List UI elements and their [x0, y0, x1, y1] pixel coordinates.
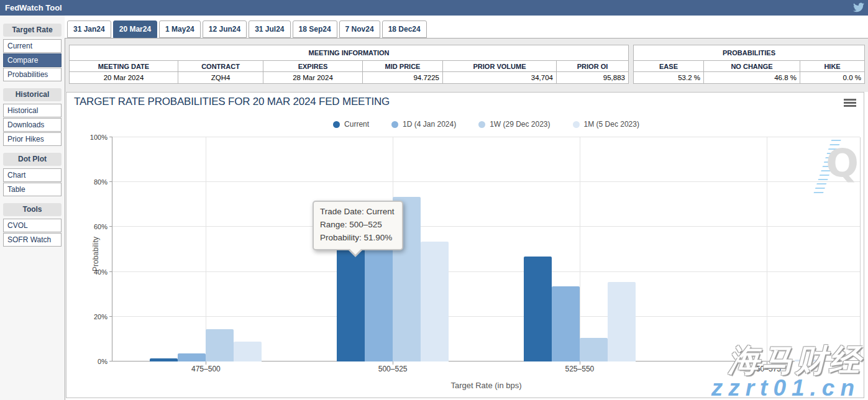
meeting-info-caption: MEETING INFORMATION — [70, 45, 629, 61]
tab-31-jan24[interactable]: 31 Jan24 — [67, 20, 111, 38]
plot-area: Probability Target Rate (in bps) Trade D… — [112, 137, 861, 361]
x-axis-title: Target Rate (in bps) — [112, 381, 860, 390]
bar-group — [673, 137, 860, 361]
category-slot: 550–575 — [673, 137, 860, 361]
ease-value: 53.2 % — [634, 72, 704, 84]
legend-item[interactable]: 1D (4 Jan 2024) — [391, 120, 456, 129]
sidebar-group-target-rate: Target Rate — [3, 24, 62, 37]
chart-title: TARGET RATE PROBABILITIES FOR 20 MAR 202… — [74, 96, 390, 108]
app-title: FedWatch Tool — [5, 3, 62, 12]
bar[interactable] — [608, 282, 636, 361]
x-tick-label: 475–500 — [112, 365, 299, 373]
tab-1-may24[interactable]: 1 May24 — [159, 20, 201, 38]
tab-18-sep24[interactable]: 18 Sep24 — [293, 20, 337, 38]
probabilities-caption: PROBABILITIES — [634, 45, 865, 61]
tab-20-mar24[interactable]: 20 Mar24 — [113, 20, 157, 38]
x-tick-label: 550–575 — [673, 365, 860, 373]
legend-item[interactable]: 1M (5 Dec 2023) — [573, 120, 639, 129]
col-meeting-date: MEETING DATE — [70, 61, 178, 72]
sidebar-item-chart[interactable]: Chart — [3, 168, 62, 182]
legend-label: 1D (4 Jan 2024) — [403, 120, 456, 129]
sidebar-item-current[interactable]: Current — [3, 39, 62, 53]
col-expires: EXPIRES — [263, 61, 363, 72]
bar[interactable] — [421, 242, 449, 361]
sidebar-item-table[interactable]: Table — [3, 183, 62, 196]
sidebar-item-sofr-watch[interactable]: SOFR Watch — [3, 233, 62, 247]
meeting-date-tabbar: 31 Jan24 20 Mar24 1 May24 12 Jun24 31 Ju… — [67, 20, 427, 38]
tooltip-trade-date: Trade Date: Current — [320, 206, 396, 219]
y-tick-label: 100% — [84, 134, 107, 141]
bar-group — [487, 137, 674, 361]
legend-item[interactable]: Current — [333, 120, 369, 129]
sidebar-item-cvol[interactable]: CVOL — [3, 219, 62, 232]
legend-dot-icon — [573, 121, 580, 128]
col-prior-volume: PRIOR VOLUME — [443, 61, 557, 72]
tab-18-dec24[interactable]: 18 Dec24 — [382, 20, 427, 38]
meeting-date-value: 20 Mar 2024 — [70, 72, 178, 84]
legend-dot-icon — [333, 121, 340, 128]
legend-dot-icon — [478, 121, 485, 128]
twitter-bird-icon[interactable] — [853, 2, 864, 12]
bar-group — [112, 137, 299, 361]
y-tick-label: 60% — [84, 223, 107, 230]
hike-value: 0.0 % — [800, 72, 865, 84]
prior-volume-value: 34,704 — [443, 72, 557, 84]
chart-tooltip: Trade Date: Current Range: 500–525 Proba… — [313, 201, 403, 250]
tab-7-nov24[interactable]: 7 Nov24 — [339, 20, 380, 38]
expires-value: 28 Mar 2024 — [263, 72, 363, 84]
tooltip-range: Range: 500–525 — [320, 219, 396, 232]
sidebar-group-tools: Tools — [3, 203, 62, 216]
bar[interactable] — [524, 257, 552, 361]
legend-label: 1M (5 Dec 2023) — [584, 120, 639, 129]
bar[interactable] — [150, 358, 178, 361]
sidebar-item-downloads[interactable]: Downloads — [3, 118, 62, 132]
col-mid-price: MID PRICE — [363, 61, 443, 72]
legend-item[interactable]: 1W (29 Dec 2023) — [478, 120, 550, 129]
col-prior-oi: PRIOR OI — [557, 61, 629, 72]
bar[interactable] — [234, 342, 262, 361]
bar[interactable] — [795, 360, 823, 361]
tab-12-jun24[interactable]: 12 Jun24 — [203, 20, 247, 38]
summary-tables-strip: MEETING INFORMATION MEETING DATE CONTRAC… — [65, 39, 868, 92]
bar[interactable] — [580, 338, 608, 361]
y-tick-label: 20% — [84, 313, 107, 320]
chart-legend: Current1D (4 Jan 2024)1W (29 Dec 2023)1M… — [112, 120, 861, 129]
y-tick-label: 40% — [84, 268, 107, 276]
sidebar-item-historical[interactable]: Historical — [3, 104, 62, 117]
x-tick-label: 525–550 — [487, 365, 674, 373]
bar[interactable] — [206, 329, 234, 361]
y-tick-label: 0% — [84, 358, 107, 365]
app-header: FedWatch Tool — [0, 0, 868, 16]
y-axis-title: Probability — [91, 236, 100, 271]
sidebar-item-probabilities[interactable]: Probabilities — [3, 68, 62, 81]
tooltip-probability: Probability: 51.90% — [320, 232, 396, 245]
y-tick-label: 80% — [84, 178, 107, 186]
chart-container: TARGET RATE PROBABILITIES FOR 20 MAR 202… — [66, 92, 864, 398]
sidebar-item-prior-hikes[interactable]: Prior Hikes — [3, 132, 62, 146]
col-ease: EASE — [634, 61, 704, 72]
col-contract: CONTRACT — [178, 61, 263, 72]
tab-content-panel: MEETING INFORMATION MEETING DATE CONTRAC… — [65, 38, 868, 400]
bar[interactable] — [178, 353, 206, 361]
mid-price-value: 94.7225 — [363, 72, 443, 84]
col-hike: HIKE — [800, 61, 865, 72]
meeting-information-table: MEETING INFORMATION MEETING DATE CONTRAC… — [69, 45, 629, 84]
legend-label: 1W (29 Dec 2023) — [490, 120, 550, 129]
sidebar-item-compare[interactable]: Compare — [3, 53, 62, 67]
probabilities-table: PROBABILITIES EASE NO CHANGE HIKE 53.2 %… — [633, 45, 865, 84]
tab-31-jul24[interactable]: 31 Jul24 — [249, 20, 290, 38]
legend-dot-icon — [391, 121, 398, 128]
prior-oi-value: 95,883 — [557, 72, 629, 84]
contract-value: ZQH4 — [178, 72, 263, 84]
sidebar-group-historical: Historical — [3, 88, 62, 101]
category-slot: 525–550 — [487, 137, 674, 361]
no-change-value: 46.8 % — [704, 72, 800, 84]
legend-label: Current — [344, 120, 369, 129]
bar[interactable] — [552, 286, 580, 361]
col-no-change: NO CHANGE — [704, 61, 800, 72]
x-tick-label: 500–525 — [299, 365, 487, 373]
bar[interactable] — [337, 245, 365, 361]
category-slot: 475–500 — [112, 137, 299, 361]
sidebar-group-dot-plot: Dot Plot — [3, 153, 62, 166]
hamburger-menu-icon[interactable] — [844, 99, 856, 108]
